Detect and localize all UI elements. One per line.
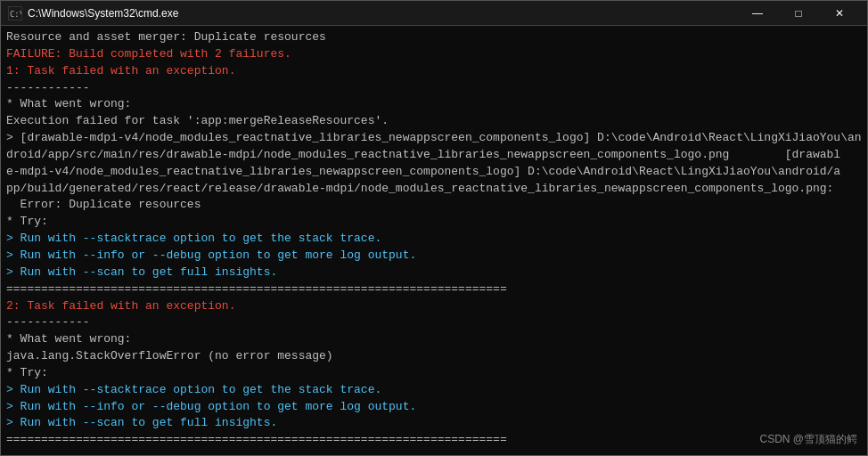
console-line: * What went wrong: (6, 331, 862, 348)
window-controls: — □ ✕ (737, 1, 860, 26)
console-line: ------------ (6, 314, 862, 331)
minimize-button[interactable]: — (737, 1, 778, 26)
console-line: Error: Duplicate resources (6, 197, 862, 214)
console-line: Resource and asset merger: Duplicate res… (6, 29, 862, 46)
console-line: * What went wrong: (6, 96, 862, 113)
cmd-icon: C:\ (8, 6, 22, 20)
console-line: java.lang.StackOverflowError (no error m… (6, 348, 862, 365)
console-output: Resource and asset merger: Duplicate res… (1, 26, 867, 455)
console-line: > Run with --info or --debug option to g… (6, 248, 862, 265)
window-title: C:\Windows\System32\cmd.exe (28, 7, 737, 20)
console-line: * Try: (6, 365, 862, 382)
console-line: FAILURE: Build completed with 2 failures… (6, 46, 862, 63)
close-button[interactable]: ✕ (819, 1, 860, 26)
console-line: 1: Task failed with an exception. (6, 63, 862, 80)
cmd-window: C:\ C:\Windows\System32\cmd.exe — □ ✕ Re… (0, 0, 868, 456)
console-line: ========================================… (6, 432, 862, 449)
console-line: 2: Task failed with an exception. (6, 298, 862, 315)
console-line: > Run with --scan to get full insights. (6, 415, 862, 432)
console-line: ------------ (6, 80, 862, 97)
maximize-button[interactable]: □ (778, 1, 819, 26)
title-bar: C:\ C:\Windows\System32\cmd.exe — □ ✕ (1, 1, 867, 26)
console-line: > Run with --scan to get full insights. (6, 265, 862, 281)
svg-text:C:\: C:\ (10, 9, 21, 18)
console-line: Execution failed for task ':app:mergeRel… (6, 113, 862, 130)
console-line: > Run with --stacktrace option to get th… (6, 382, 862, 399)
console-line: * Try: (6, 214, 862, 231)
console-line: ========================================… (6, 281, 862, 298)
console-line: > [drawable-mdpi-v4/node_modules_reactna… (6, 130, 862, 197)
console-line: > Run with --info or --debug option to g… (6, 399, 862, 416)
console-line: > Run with --stacktrace option to get th… (6, 231, 862, 248)
watermark: CSDN @雪顶猫的鳄 (759, 432, 857, 447)
